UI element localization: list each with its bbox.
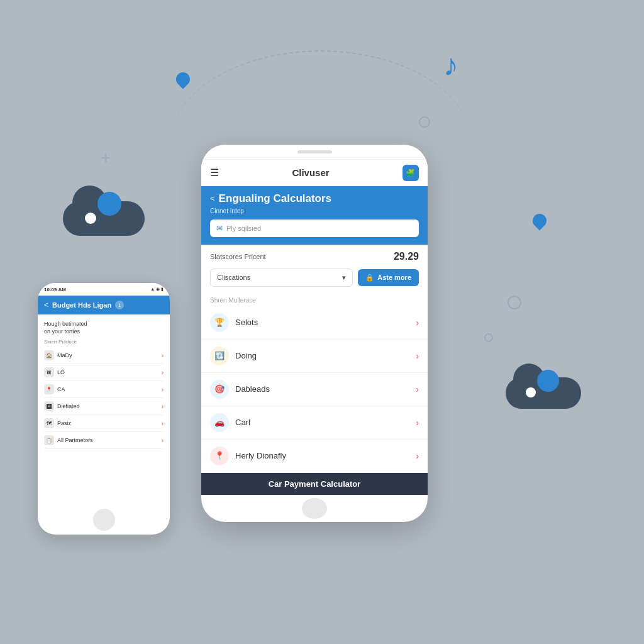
location-pin-right-icon [533,214,547,231]
item-icon-4: 🗺 [44,418,54,428]
small-header-title: Budget Hds Ligan [52,301,111,309]
status-time: 10:09 AM [44,287,66,292]
app-icon: 🧩 [402,165,419,181]
list-item-4[interactable]: 📍 Herly Dionafly › [201,440,428,473]
hamburger-menu-icon[interactable]: ☰ [210,167,219,179]
chevron-icon-0: › [162,352,164,359]
list-item-0[interactable]: 🏆 Selots › [201,306,428,340]
app-header: ☰ Clivuser 🧩 [201,160,428,186]
item-name-4: Pasiz [57,420,71,426]
list-chevron-4: › [416,451,419,461]
select-label: Cliscations [217,274,250,281]
small-list-item-0[interactable]: 🏠 MaDy › [44,347,164,364]
list-chevron-2: › [416,384,419,394]
list-chevron-1: › [416,351,419,361]
list-item-name-4: Herly Dionafly [235,451,286,460]
item-icon-5: 📋 [44,435,54,445]
location-pin-topleft-icon [176,72,190,90]
circle-deco-3 [484,333,493,342]
small-list-item-3[interactable]: 🅰 Diefiated › [44,398,164,415]
section-subtitle: Cinnet Intep [210,208,419,214]
chevron-icon-1: › [162,369,164,376]
item-icon-0: 🏠 [44,350,54,360]
chevron-icon-3: › [162,403,164,410]
item-name-1: LO [57,369,65,375]
list-icon-3: 🚗 [210,413,229,432]
action-row: Cliscations ▾ 🔒 Aste more [201,269,428,293]
home-button-small[interactable] [93,509,115,531]
app-title: Clivuser [292,167,329,178]
item-name-3: Diefiated [57,403,80,409]
status-icons: ▲ ◉ ▮ [150,287,164,292]
lock-icon: 🔒 [365,274,374,282]
small-list-item-5[interactable]: 📋 All Partmetors › [44,432,164,449]
action-button[interactable]: 🔒 Aste more [358,269,419,286]
small-phone-header: < Budget Hds Ligan 1 [38,296,170,314]
list-item-3[interactable]: 🚗 Carl › [201,406,428,440]
badge: 1 [115,301,124,309]
status-bar-small: 10:09 AM ▲ ◉ ▮ [38,283,170,296]
email-icon: ✉ [216,224,223,233]
list-item-1[interactable]: 🔃 Doing › [201,340,428,373]
cloud-right-icon [506,377,581,409]
item-icon-3: 🅰 [44,401,54,411]
list-icon-4: 📍 [210,447,229,465]
section-title: Engualing Calculators [219,192,331,205]
list-item-name-0: Selots [235,318,258,327]
list-icon-0: 🏆 [210,313,229,332]
subtitle: Hough betimated on your torties [44,321,164,335]
item-name-0: MaDy [57,352,72,358]
blue-section: < Engualing Calculators Cinnet Intep ✉ P… [201,186,428,245]
price-value: 29.29 [394,251,419,262]
list-item-name-3: Carl [235,418,250,427]
item-name-2: CA [57,386,65,392]
bottom-bar[interactable]: Car Payment Calculator [201,473,428,495]
plus-icon: + [101,148,111,168]
price-row: Slatscores Pricent 29.29 [201,245,428,269]
search-placeholder: Ply sqilsied [226,225,261,232]
price-label: Slatscores Pricent [210,253,266,260]
top-bar [201,145,428,160]
item-name-5: All Partmetors [57,437,93,443]
item-icon-1: 🏛 [44,367,54,377]
circle-deco-2 [508,296,521,309]
cloud-left-icon [63,201,145,236]
list-item-name-1: Doing [235,351,257,360]
list-icon-2: 🎯 [210,380,229,399]
chevron-icon-5: › [162,437,164,444]
phone-large: ☰ Clivuser 🧩 < Engualing Calculators Cin… [201,145,428,522]
action-button-label: Aste more [377,274,411,281]
circle-deco-1 [419,116,430,128]
list-item-2[interactable]: 🎯 Dableads › [201,373,428,406]
small-list-item-4[interactable]: 🗺 Pasiz › [44,415,164,432]
chevron-down-icon: ▾ [342,274,346,282]
list-section-label: Shren Mullerace [201,293,428,306]
search-bar[interactable]: ✉ Ply sqilsied [210,219,419,237]
list-chevron-3: › [416,418,419,428]
list-chevron-0: › [416,318,419,328]
speaker [297,150,332,153]
large-back-arrow-icon[interactable]: < [210,194,215,203]
chevron-icon-2: › [162,386,164,393]
small-list-item-2[interactable]: 📍 CA › [44,381,164,398]
home-button-large[interactable] [302,498,327,519]
small-list-item-1[interactable]: 🏛 LO › [44,364,164,381]
select-dropdown[interactable]: Cliscations ▾ [210,269,353,287]
list-icon-1: 🔃 [210,347,229,365]
list-item-name-2: Dableads [235,384,270,394]
chevron-icon-4: › [162,420,164,427]
section-label: Sinert Pulduce [44,339,164,345]
music-note-icon: ♪ [443,50,458,80]
small-phone-content: Hough betimated on your torties Sinert P… [38,314,170,505]
back-arrow-icon[interactable]: < [44,301,48,309]
item-icon-2: 📍 [44,384,54,394]
phone-small: 10:09 AM ▲ ◉ ▮ < Budget Hds Ligan 1 Houg… [38,283,170,535]
